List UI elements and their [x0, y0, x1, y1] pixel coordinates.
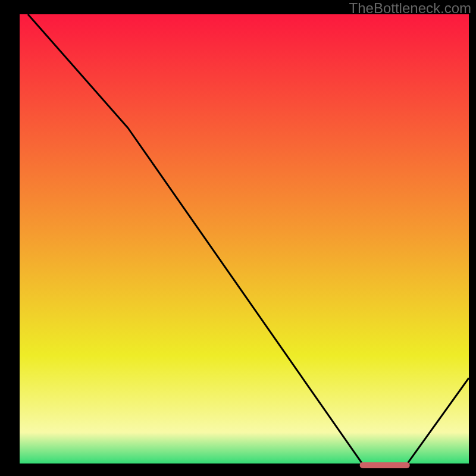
gradient-background [14, 14, 469, 469]
chart-svg [14, 14, 469, 469]
bottleneck-chart [14, 14, 469, 469]
watermark-text: TheBottleneck.com [349, 0, 471, 17]
optimal-range-marker [360, 462, 410, 468]
